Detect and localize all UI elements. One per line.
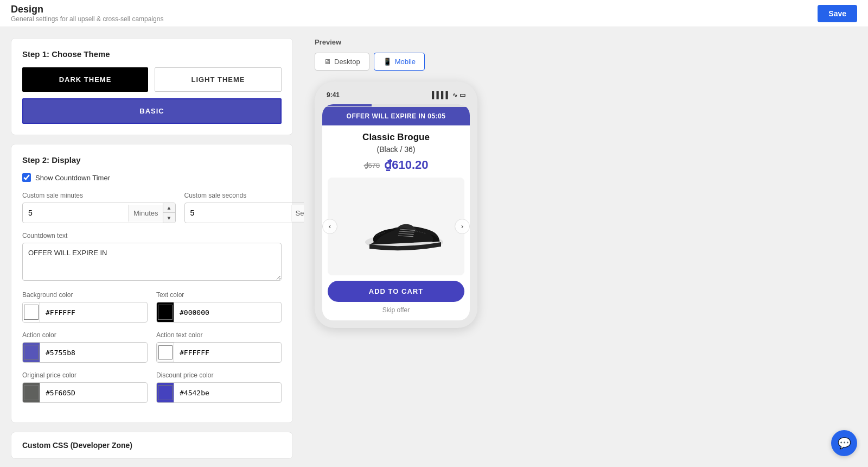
minutes-unit: Minutes	[129, 205, 163, 222]
step2-card: Step 2: Display Show Countdown Timer Cus…	[11, 144, 293, 423]
product-variant: (Black / 36)	[322, 145, 470, 154]
carousel-right-arrow[interactable]: ›	[455, 219, 470, 234]
desktop-tab-label: Desktop	[334, 58, 360, 66]
countdown-text-group: Countdown text OFFER WILL EXPIRE IN	[22, 232, 282, 282]
bg-color-swatch[interactable]	[23, 302, 40, 322]
bg-color-group: Background color #FFFFFF	[22, 291, 148, 323]
original-price-color-swatch[interactable]	[23, 383, 40, 402]
chat-button[interactable]: 💬	[831, 430, 857, 456]
phone-tab-3	[420, 104, 470, 106]
discount-price-color-text[interactable]: #4542be	[174, 384, 281, 401]
action-text-color-group: Action text color #FFFFFF	[156, 331, 282, 363]
action-text-color-input-row: #FFFFFF	[156, 342, 282, 363]
phone-frame: 9:41 ▌▌▌▌ ∿ ▭ OFFER WILL EXPIRE IN 05:05	[315, 81, 477, 328]
phone-tab-2	[372, 104, 421, 106]
color-row-2: Action color #5755b8 Action text color #…	[22, 331, 282, 363]
text-color-input-row: #000000	[156, 302, 282, 323]
bg-color-label: Background color	[22, 291, 148, 299]
original-price-color-text[interactable]: #5F605D	[40, 384, 147, 401]
shoe-image	[361, 202, 431, 251]
action-text-color-swatch[interactable]	[157, 343, 174, 362]
custom-css-title: Custom CSS (Developer Zone)	[22, 441, 282, 450]
mobile-tab-label: Mobile	[395, 58, 416, 66]
action-text-color-text[interactable]: #FFFFFF	[174, 344, 281, 361]
original-price-color-label: Original price color	[22, 371, 148, 379]
action-color-label: Action color	[22, 331, 148, 339]
seconds-input[interactable]	[185, 204, 291, 222]
minutes-input[interactable]	[23, 204, 129, 222]
product-image-area: ‹	[328, 178, 464, 275]
phone-tab-1	[322, 104, 372, 106]
color-row-1: Background color #FFFFFF Text color #000…	[22, 291, 282, 323]
chat-icon: 💬	[838, 437, 851, 450]
discount-price-color-label: Discount price color	[156, 371, 282, 379]
minutes-input-container: Minutes ▲ ▼	[22, 203, 176, 223]
text-color-label: Text color	[156, 291, 282, 299]
offer-banner: OFFER WILL EXPIRE IN 05:05	[322, 107, 470, 125]
action-color-swatch[interactable]	[23, 343, 40, 362]
original-price-color-input-row: #5F605D	[22, 382, 148, 403]
product-title: Classic Brogue	[322, 125, 470, 145]
text-color-swatch[interactable]	[157, 302, 174, 322]
step1-card: Step 1: Choose Theme DARK THEME LIGHT TH…	[11, 38, 293, 135]
light-theme-button[interactable]: LIGHT THEME	[155, 67, 282, 92]
discount-price-color-swatch[interactable]	[157, 383, 174, 402]
color-row-3: Original price color #5F605D Discount pr…	[22, 371, 282, 403]
seconds-field-group: Custom sale seconds Seconds ▲ ▼	[184, 192, 304, 223]
left-panel: Step 1: Choose Theme DARK THEME LIGHT TH…	[0, 27, 304, 467]
dark-theme-button[interactable]: DARK THEME	[22, 67, 148, 92]
desktop-tab[interactable]: 🖥 Desktop	[315, 53, 369, 71]
original-price: ₫678	[364, 161, 380, 169]
main-layout: Step 1: Choose Theme DARK THEME LIGHT TH…	[0, 27, 868, 467]
original-price-color-group: Original price color #5F605D	[22, 371, 148, 403]
action-color-input-row: #5755b8	[22, 342, 148, 363]
discount-price-color-input-row: #4542be	[156, 382, 282, 403]
desktop-icon: 🖥	[324, 58, 331, 66]
theme-buttons: DARK THEME LIGHT THEME	[22, 67, 282, 92]
minutes-down-button[interactable]: ▼	[163, 213, 175, 223]
show-countdown-label: Show Countdown Timer	[35, 174, 110, 182]
bg-color-text[interactable]: #FFFFFF	[40, 304, 147, 321]
preview-label: Preview	[315, 38, 341, 46]
countdown-text-input[interactable]: OFFER WILL EXPIRE IN	[22, 243, 282, 281]
minutes-up-button[interactable]: ▲	[163, 203, 175, 213]
wifi-icon: ∿	[452, 92, 457, 99]
show-countdown-row: Show Countdown Timer	[22, 173, 282, 182]
basic-theme-button[interactable]: BASIC	[22, 98, 282, 124]
mobile-icon: 📱	[383, 58, 392, 66]
seconds-label: Custom sale seconds	[184, 192, 304, 199]
page-title: Design	[11, 4, 163, 15]
action-color-group: Action color #5755b8	[22, 331, 148, 363]
right-panel: Preview 🖥 Desktop 📱 Mobile 9:41 ▌▌▌▌ ∿ ▭	[304, 27, 868, 467]
minutes-label: Custom sale minutes	[22, 192, 176, 199]
page-title-area: Design General settings for all upsell &…	[11, 4, 163, 23]
phone-status-bar: 9:41 ▌▌▌▌ ∿ ▭	[322, 89, 470, 104]
phone-screen: OFFER WILL EXPIRE IN 05:05 Classic Brogu…	[322, 104, 470, 320]
step2-title: Step 2: Display	[22, 155, 282, 165]
carousel-left-arrow[interactable]: ‹	[322, 219, 337, 234]
phone-time: 9:41	[327, 91, 340, 99]
top-bar: Design General settings for all upsell &…	[0, 0, 868, 27]
action-text-color-label: Action text color	[156, 331, 282, 339]
save-button[interactable]: Save	[818, 5, 857, 22]
phone-status-icons: ▌▌▌▌ ∿ ▭	[432, 91, 465, 99]
time-fields-row: Custom sale minutes Minutes ▲ ▼ Custom s…	[22, 192, 282, 223]
preview-tabs: 🖥 Desktop 📱 Mobile	[315, 53, 425, 71]
text-color-text[interactable]: #000000	[174, 304, 281, 321]
text-color-group: Text color #000000	[156, 291, 282, 323]
add-to-cart-button[interactable]: ADD TO CART	[328, 281, 464, 302]
bg-color-input-row: #FFFFFF	[22, 302, 148, 323]
step1-title: Step 1: Choose Theme	[22, 49, 282, 59]
show-countdown-checkbox[interactable]	[22, 173, 31, 182]
discount-price: ₫610.20	[384, 158, 428, 172]
discount-price-color-group: Discount price color #4542be	[156, 371, 282, 403]
price-row: ₫678 ₫610.20	[322, 158, 470, 172]
custom-css-section: Custom CSS (Developer Zone)	[11, 432, 293, 459]
countdown-text-label: Countdown text	[22, 232, 282, 239]
seconds-unit: Seconds	[291, 205, 304, 222]
action-color-text[interactable]: #5755b8	[40, 344, 147, 361]
battery-icon: ▭	[459, 91, 465, 99]
skip-offer-text: Skip offer	[322, 306, 470, 320]
mobile-tab[interactable]: 📱 Mobile	[374, 53, 425, 71]
minutes-spin-buttons: ▲ ▼	[163, 203, 175, 223]
